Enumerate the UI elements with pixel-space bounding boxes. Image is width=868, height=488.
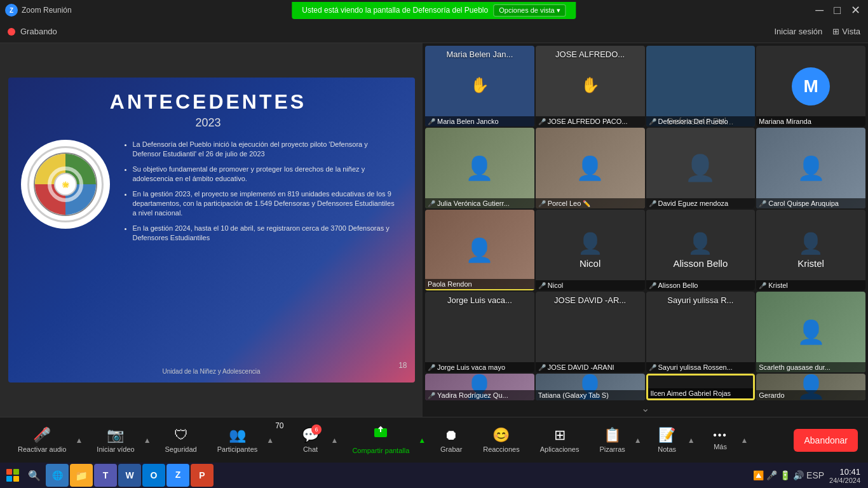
audio-arrow[interactable]: ▲ (74, 433, 84, 447)
search-button[interactable]: 🔍 (24, 465, 44, 485)
record-button[interactable]: ⏺ Grabar (432, 423, 470, 457)
more-arrow[interactable]: ▲ (740, 433, 750, 447)
view-button[interactable]: ⊞ Vista (832, 27, 860, 36)
share-arrow[interactable]: ▲ (417, 433, 427, 447)
whiteboards-button[interactable]: 📋 Pizarras (592, 423, 632, 457)
participant-top-name: JOSE ALFREDO... (536, 50, 645, 59)
chat-button[interactable]: 💬 6 Chat (292, 423, 330, 457)
chevron-up-icon[interactable]: 🔼 (753, 470, 764, 480)
person-silhouette-icon: 👤 (578, 231, 603, 255)
taskbar-right: 🔼 🎤 🔋 🔊 ESP 10:41 24/4/2024 (753, 467, 865, 484)
participant-tile[interactable]: ✋ Maria Belen Jan... 🎤 Maria Belen Janck… (425, 46, 534, 126)
participant-tile[interactable]: Sayuri yulissa R... 🎤 Sayuri yulissa Ros… (646, 292, 756, 372)
language-indicator: ESP (806, 470, 824, 480)
participant-tile[interactable]: 👤 Nicol 🎤 Nicol (536, 210, 645, 290)
abandon-button[interactable]: Abandonar (794, 429, 858, 452)
view-options-button[interactable]: Opciones de vista ▾ (493, 4, 566, 17)
participant-tile[interactable]: Defensoria Del... 🎤 Defensoria Del Puebl… (646, 46, 756, 126)
more-button[interactable]: ••• Más (702, 426, 740, 454)
pencil-icon: ✏️ (583, 200, 590, 207)
participant-tile[interactable]: ✋ JOSE ALFREDO... 🎤 JOSE ALFREDO PACO... (536, 46, 645, 126)
whiteboards-arrow[interactable]: ▲ (633, 433, 643, 447)
notes-label: Notas (658, 445, 676, 453)
chevron-down-icon: ⌄ (641, 402, 649, 414)
participant-tile[interactable]: 👤 Kristel 🎤 Kristel (756, 210, 865, 290)
participant-tile[interactable]: 👤 🎤 David Eguez mendoza (646, 128, 756, 208)
close-button[interactable]: ✕ (848, 3, 863, 17)
taskbar-powerpoint[interactable]: P (191, 464, 214, 487)
slide-body: 🌟 La Defensoría del Pueblo inició la eje… (21, 140, 396, 248)
apps-button[interactable]: ⊞ Aplicaciones (532, 423, 587, 457)
sign-in-button[interactable]: Iniciar sesión (774, 27, 822, 36)
reactions-label: Reacciones (483, 445, 519, 453)
participant-tile[interactable]: 👤 Paola Rendon (425, 210, 534, 290)
participant-name-text: JOSE ALFREDO PACO... (548, 118, 628, 125)
taskbar-zoom[interactable]: Z (166, 464, 189, 487)
participants-label: Participantes (217, 445, 258, 453)
more-group: ••• Más ▲ (702, 426, 750, 454)
recording-dot (8, 28, 15, 36)
battery-icon: 🔋 (780, 470, 790, 480)
win-q1 (6, 469, 12, 475)
participants-button[interactable]: 👥 Participantes (210, 423, 266, 457)
person-icon: 👤 (576, 155, 604, 182)
apps-label: Aplicaciones (540, 445, 580, 453)
taskbar-outlook[interactable]: O (142, 464, 165, 487)
security-button[interactable]: 🛡 Seguridad (158, 423, 205, 457)
scroll-down-indicator[interactable]: ⌄ (425, 402, 865, 414)
maximize-button[interactable]: □ (831, 4, 843, 17)
notes-arrow[interactable]: ▲ (686, 433, 696, 447)
participant-tile[interactable]: Jorge Luis vaca... 🎤 Jorge Luis vaca may… (425, 292, 534, 372)
participant-tile[interactable]: 👤 Tatiana (Galaxy Tab S) (536, 374, 645, 400)
participant-tile[interactable]: 👤 Scarleth guasase dur... (756, 292, 865, 372)
participant-tile[interactable]: 👤 Gerardo (756, 374, 865, 400)
share-screen-button[interactable]: Compartir pantalla (344, 422, 417, 458)
minimize-button[interactable]: ─ (813, 4, 826, 17)
participant-name-text: Paola Rendon (428, 280, 472, 288)
taskbar-teams[interactable]: T (94, 464, 117, 487)
video-arrow[interactable]: ▲ (142, 433, 153, 447)
participants-arrow[interactable]: ▲ (265, 433, 275, 447)
mic-muted-icon: 🎤 (649, 364, 656, 371)
avatar-photo-bg: 👤 (425, 128, 534, 208)
audio-button[interactable]: 🎤 Reactivar audio (10, 423, 74, 457)
recording-status: Grabando (8, 27, 57, 36)
participant-name-label: 🎤 Kristel (756, 280, 865, 290)
avatar-container: 👤 Nicol 🎤 Nicol (536, 210, 645, 290)
avatar-photo-bg: 👤 (756, 292, 865, 372)
participant-tile[interactable]: 👤 🎤 Carol Quispe Aruquipa (756, 128, 865, 208)
participants-panel: ✋ Maria Belen Jan... 🎤 Maria Belen Janck… (423, 43, 868, 417)
participant-tile[interactable]: 👤 Alisson Bello 🎤 Alisson Bello (646, 210, 756, 290)
apps-group: ⊞ Aplicaciones (532, 423, 587, 457)
mic-muted-icon: 🎤 (428, 392, 435, 399)
taskbar-word[interactable]: W (118, 464, 141, 487)
clock[interactable]: 10:41 24/4/2024 (829, 467, 860, 484)
audio-group: 🎤 Reactivar audio ▲ (10, 423, 84, 457)
participant-name-label: 🎤 Alisson Bello (646, 280, 756, 290)
avatar-container: JOSE DAVID -AR... 🎤 JOSE DAVID -ARANI (536, 292, 645, 372)
participant-top-name: Maria Belen Jan... (425, 50, 534, 59)
participant-name-text: Tatiana (Galaxy Tab S) (538, 391, 609, 399)
notes-button[interactable]: 📝 Notas (648, 423, 686, 457)
participant-tile[interactable]: JOSE DAVID -AR... 🎤 JOSE DAVID -ARANI (536, 292, 645, 372)
reactions-button[interactable]: 😊 Reacciones (475, 423, 527, 457)
chat-arrow[interactable]: ▲ (330, 433, 340, 447)
participant-tile[interactable]: 👤 🎤 Julia Verónica Gutierr... (425, 128, 534, 208)
video-button[interactable]: 📷 Iniciar vídeo (89, 423, 142, 457)
participant-name-text: Kristel (768, 281, 788, 289)
taskbar-edge[interactable]: 🌐 (46, 464, 69, 487)
participant-tile[interactable]: 👤 🎤 Porcel Leo ✏️ (536, 128, 645, 208)
taskbar: 🔍 🌐 📁 T W O Z P 🔼 🎤 🔋 🔊 ESP 10:41 24/4/2… (0, 463, 868, 488)
person-silhouette-icon: 👤 (684, 153, 716, 183)
participant-tile[interactable]: 👤 🎤 Yadira Rodríguez Qu... (425, 374, 534, 400)
clock-time: 10:41 (829, 467, 860, 477)
more-label: Más (714, 443, 727, 451)
participant-tile[interactable]: Ilcen Aimed Gabriel Rojas (646, 374, 756, 400)
sharing-banner: Usted está viendo la pantalla de Defenso… (292, 2, 576, 19)
bullet-list: La Defensoría del Pueblo inició la ejecu… (123, 140, 396, 243)
taskbar-explorer[interactable]: 📁 (70, 464, 93, 487)
start-button[interactable] (3, 465, 23, 485)
participant-name-label: 🎤 David Eguez mendoza (646, 198, 756, 208)
mic-muted-icon: 🎤 (649, 200, 656, 207)
participant-tile[interactable]: M Mariana Miranda (756, 46, 865, 126)
